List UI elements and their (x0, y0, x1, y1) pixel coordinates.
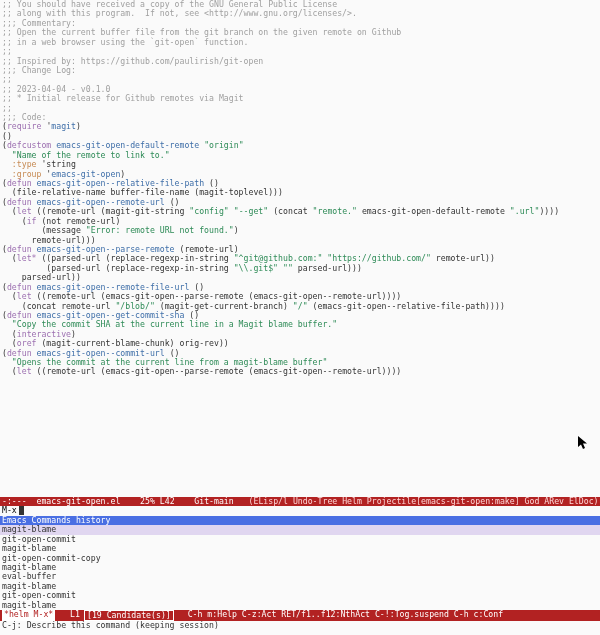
code-line[interactable]: "Name of the remote to link to." (2, 151, 598, 160)
helm-candidate[interactable]: magit-blame (0, 563, 600, 572)
helm-candidate[interactable]: eval-buffer (0, 572, 600, 581)
helm-candidate[interactable]: magit-blame (0, 601, 600, 610)
helm-candidate[interactable]: git-open-commit-copy (0, 554, 600, 563)
helm-candidate[interactable]: git-open-commit (0, 535, 600, 544)
code-line[interactable]: ;; along with this program. If not, see … (2, 9, 598, 18)
code-line[interactable]: "Copy the commit SHA at the current line… (2, 320, 598, 329)
echo-area: C-j: Describe this command (keeping sess… (0, 621, 600, 630)
modeline-main: -:--- emacs-git-open.el 25% L42 Git-main… (0, 497, 600, 506)
code-line[interactable]: (require 'magit) (2, 122, 598, 131)
code-line[interactable]: ;;; Code: (2, 113, 598, 122)
modeline-buffer: emacs-git-open.el (37, 497, 121, 506)
helm-modeline-help: C-h m:Help C-z:Act RET/f1..f12:NthAct C-… (188, 610, 503, 621)
code-line[interactable]: ;; in a web browser using the `git-open`… (2, 38, 598, 47)
modeline-modes: (ELisp/l Undo-Tree Helm Projectile[emacs… (249, 497, 599, 506)
helm-candidate[interactable]: magit-blame (0, 525, 600, 534)
modeline-pos: L42 (160, 497, 175, 506)
code-editor[interactable]: ;; You should have received a copy of th… (0, 0, 600, 497)
code-line[interactable]: (let ((remote-url (emacs-git-open--parse… (2, 367, 598, 376)
helm-source-header: Emacs Commands history (0, 516, 600, 525)
code-line[interactable]: ;; * Initial release for Github remotes … (2, 94, 598, 103)
code-line[interactable]: ;; (2, 104, 598, 113)
code-line[interactable]: (parsed-url (replace-regexp-in-string "\… (2, 264, 598, 273)
modeline-branch: Git-main (194, 497, 233, 506)
modeline-pct: 25% (140, 497, 155, 506)
code-line[interactable]: ;;; Change Log: (2, 66, 598, 75)
code-line[interactable]: ;; Inspired by: https://github.com/pauli… (2, 57, 598, 66)
helm-candidate[interactable]: magit-blame (0, 582, 600, 591)
helm-candidate[interactable]: git-open-commit (0, 591, 600, 600)
helm-candidates[interactable]: magit-blamegit-open-commitmagit-blamegit… (0, 525, 600, 610)
